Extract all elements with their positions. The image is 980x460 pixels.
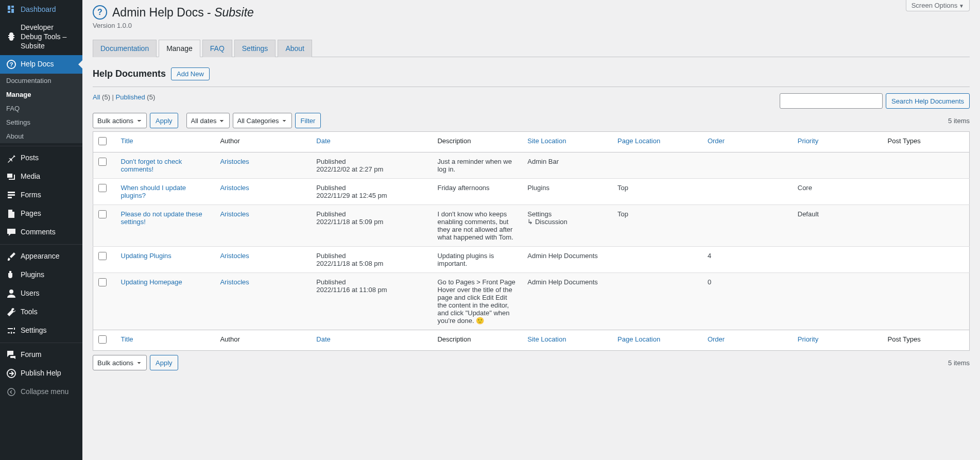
col-page-location[interactable]: Page Location	[617, 335, 660, 343]
col-post-types: Post Types	[883, 330, 970, 351]
table-row: Updating Plugins Aristocles Published202…	[93, 247, 970, 273]
row-post-types	[883, 205, 970, 247]
submenu-about[interactable]: About	[0, 129, 82, 143]
search-button[interactable]: Search Help Documents	[886, 93, 970, 109]
apply-bulk-button-bottom[interactable]: Apply	[150, 355, 178, 370]
tab-about[interactable]: About	[278, 40, 312, 57]
row-priority	[793, 273, 883, 330]
row-title-link[interactable]: Please do not update these settings!	[121, 210, 202, 226]
col-title[interactable]: Title	[121, 137, 133, 145]
row-title-link[interactable]: Don't forget to check comments!	[121, 158, 182, 173]
svg-rect-3	[8, 194, 15, 196]
wrench-icon	[6, 307, 16, 317]
row-post-types	[883, 179, 970, 205]
svg-point-7	[8, 388, 15, 396]
table-row: Don't forget to check comments! Aristocl…	[93, 152, 970, 179]
date-filter-select[interactable]: All dates	[186, 113, 230, 128]
sidebar-item-comments[interactable]: Comments	[0, 223, 82, 242]
col-priority[interactable]: Priority	[798, 335, 818, 343]
col-priority[interactable]: Priority	[798, 137, 818, 145]
col-post-types: Post Types	[883, 132, 970, 152]
submenu-manage[interactable]: Manage	[0, 88, 82, 101]
col-date[interactable]: Date	[316, 137, 330, 145]
sidebar-item-users[interactable]: Users	[0, 284, 82, 303]
row-status: Published	[316, 158, 346, 165]
category-filter-select[interactable]: All Categories	[233, 113, 292, 128]
filter-button[interactable]: Filter	[295, 113, 321, 128]
select-all-top[interactable]	[98, 137, 107, 145]
section-title: Help Documents	[93, 69, 166, 79]
sidebar-label: Forms	[21, 190, 41, 199]
circle-arrow-icon	[6, 368, 16, 379]
table-row: Please do not update these settings! Ari…	[93, 205, 970, 247]
row-page-location: Top	[612, 179, 702, 205]
sidebar-collapse[interactable]: Collapse menu	[0, 383, 82, 401]
row-checkbox[interactable]	[98, 158, 107, 166]
apply-bulk-button[interactable]: Apply	[150, 113, 178, 128]
sidebar-item-publish-help[interactable]: Publish Help	[0, 364, 82, 383]
row-title-link[interactable]: Updating Plugins	[121, 252, 171, 260]
add-new-button[interactable]: Add New	[171, 67, 210, 80]
row-description: Just a reminder when we log in.	[432, 152, 522, 179]
sidebar-item-dashboard[interactable]: Dashboard	[0, 0, 82, 19]
sidebar-item-settings[interactable]: Settings	[0, 321, 82, 340]
col-author: Author	[215, 132, 311, 152]
row-checkbox[interactable]	[98, 252, 107, 260]
col-site-location[interactable]: Site Location	[527, 335, 566, 343]
sidebar-item-tools[interactable]: Tools	[0, 303, 82, 321]
col-site-location[interactable]: Site Location	[527, 137, 566, 145]
sidebar-item-debug-tools[interactable]: Developer Debug Tools – Subsite	[0, 19, 82, 55]
sidebar-item-pages[interactable]: Pages	[0, 205, 82, 223]
row-site-location: Settings ↳ Discussion	[522, 205, 612, 247]
sidebar-label: Pages	[21, 209, 41, 218]
tab-documentation[interactable]: Documentation	[93, 40, 157, 57]
row-title-link[interactable]: Updating Homepage	[121, 278, 182, 286]
sidebar-label: Dashboard	[21, 5, 56, 14]
select-all-bottom[interactable]	[98, 335, 107, 344]
submenu-faq[interactable]: FAQ	[0, 101, 82, 115]
filter-published[interactable]: Published	[116, 93, 145, 101]
tab-faq[interactable]: FAQ	[202, 40, 232, 57]
collapse-icon	[6, 387, 16, 397]
sidebar-item-appearance[interactable]: Appearance	[0, 247, 82, 266]
sidebar-item-help-docs[interactable]: ? Help Docs	[0, 55, 82, 74]
row-checkbox[interactable]	[98, 184, 107, 192]
row-checkbox[interactable]	[98, 210, 107, 218]
sidebar-label: Media	[21, 172, 40, 181]
search-input[interactable]	[780, 93, 883, 109]
row-order: 0	[702, 273, 793, 330]
submenu-documentation[interactable]: Documentation	[0, 74, 82, 88]
row-checkbox[interactable]	[98, 278, 107, 286]
sidebar-item-media[interactable]: Media	[0, 167, 82, 186]
col-page-location[interactable]: Page Location	[617, 137, 660, 145]
col-title[interactable]: Title	[121, 335, 133, 343]
tab-settings[interactable]: Settings	[234, 40, 276, 57]
col-order[interactable]: Order	[708, 335, 725, 343]
sidebar-item-forms[interactable]: Forms	[0, 186, 82, 205]
submenu-settings[interactable]: Settings	[0, 115, 82, 129]
col-order[interactable]: Order	[708, 137, 725, 145]
sidebar-item-forum[interactable]: Forum	[0, 346, 82, 364]
bulk-actions-select[interactable]: Bulk actions	[93, 113, 147, 128]
row-author-link[interactable]: Aristocles	[220, 278, 249, 286]
sidebar-label: Developer Debug Tools – Subsite	[21, 23, 76, 51]
sidebar-item-posts[interactable]: Posts	[0, 149, 82, 167]
filter-all[interactable]: All	[93, 93, 100, 101]
bulk-actions-select-bottom[interactable]: Bulk actions	[93, 355, 147, 370]
status-filter: All (5) | Published (5)	[93, 93, 155, 101]
screen-options-toggle[interactable]: Screen Options	[906, 0, 970, 11]
row-author-link[interactable]: Aristocles	[220, 184, 249, 192]
pages-icon	[6, 209, 16, 219]
col-author: Author	[215, 330, 311, 351]
row-author-link[interactable]: Aristocles	[220, 210, 249, 218]
documents-table: Title Author Date Description Site Locat…	[93, 131, 970, 351]
row-date: 2022/11/16 at 11:08 pm	[316, 286, 387, 294]
row-description: Updating plugins is important.	[432, 247, 522, 273]
sidebar-item-plugins[interactable]: Plugins	[0, 266, 82, 284]
row-site-location: Admin Help Documents	[522, 247, 612, 273]
row-author-link[interactable]: Aristocles	[220, 158, 249, 165]
tab-manage[interactable]: Manage	[159, 40, 200, 57]
row-title-link[interactable]: When should I update plugins?	[121, 184, 186, 199]
col-date[interactable]: Date	[316, 335, 330, 343]
row-author-link[interactable]: Aristocles	[220, 252, 249, 260]
